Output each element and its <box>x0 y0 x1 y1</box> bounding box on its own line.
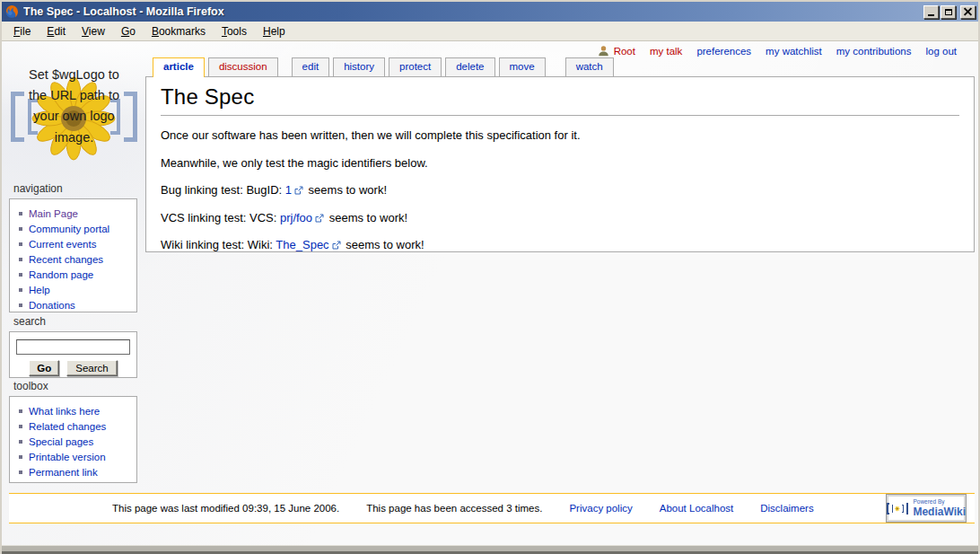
badge-bracket-icon <box>902 505 904 513</box>
line-suffix: seems to work! <box>305 183 387 197</box>
line-prefix: Wiki linking test: Wiki: <box>161 238 276 251</box>
wiki-link[interactable]: The_Spec <box>276 238 342 251</box>
menu-go[interactable]: Go <box>113 23 144 40</box>
paragraph-1: Once our software has been written, then… <box>161 128 959 144</box>
bullet-icon <box>19 455 22 459</box>
logo-text: Set $wgLogo to the URL path to your own … <box>20 65 129 148</box>
badge-text: Powered By MediaWiki <box>913 499 966 517</box>
menu-tools[interactable]: Tools <box>214 23 255 40</box>
mediawiki-badge[interactable]: Powered By MediaWiki <box>886 494 967 523</box>
line-prefix: Bug linking test: BugID: <box>161 183 285 197</box>
disclaimers-link[interactable]: Disclaimers <box>760 503 813 514</box>
bullet-icon <box>19 227 22 231</box>
maximize-icon <box>945 9 952 15</box>
toolbox-item-printable-version[interactable]: Printable version <box>19 449 133 464</box>
tab-discussion[interactable]: discussion <box>208 57 278 76</box>
badge-bracket-icon <box>906 503 909 514</box>
bullet-icon <box>19 425 22 428</box>
badge-bracket-icon <box>887 503 889 514</box>
sidebar-item-help[interactable]: Help <box>19 282 133 297</box>
line-suffix: seems to work! <box>343 238 424 251</box>
personal-link-username[interactable]: Root <box>614 46 635 57</box>
menu-file[interactable]: File <box>5 23 39 40</box>
bullet-icon <box>19 273 22 277</box>
bullet-icon <box>19 288 22 292</box>
page-title: The Spec <box>161 84 959 116</box>
mediawiki-label: MediaWiki <box>913 506 966 517</box>
bug-link[interactable]: 1 <box>285 183 305 197</box>
badge-sunflower-icon <box>895 502 900 515</box>
tab-delete[interactable]: delete <box>445 57 494 76</box>
privacy-policy-link[interactable]: Privacy policy <box>569 503 632 514</box>
browser-window: The Spec - Localhost - Mozilla Firefox F… <box>0 0 980 554</box>
tab-move[interactable]: move <box>499 57 546 76</box>
toolbox-item-what-links-here[interactable]: What links here <box>19 403 133 418</box>
search-buttons: Go Search <box>10 360 136 376</box>
personal-link-preferences[interactable]: preferences <box>696 46 751 57</box>
maximize-button[interactable] <box>941 5 956 19</box>
tab-article[interactable]: article <box>153 57 205 77</box>
sidebar-item-current-events[interactable]: Current events <box>19 236 133 251</box>
toolbox-item-special-pages[interactable]: Special pages <box>19 434 133 449</box>
search-portlet: Go Search <box>9 331 137 378</box>
external-link-icon <box>332 241 341 250</box>
toolbox-item-permanent-link[interactable]: Permanent link <box>19 464 133 479</box>
sidebar-item-recent-changes[interactable]: Recent changes <box>19 251 133 267</box>
search-heading: search <box>13 315 46 328</box>
bug-link-line: Bug linking test: BugID: 1 seems to work… <box>161 182 959 198</box>
firefox-icon <box>4 4 19 19</box>
personal-bar: Root my talk preferences my watchlist my… <box>598 45 957 57</box>
page-tabs: article discussion edit history protect … <box>153 57 617 77</box>
bullet-icon <box>19 303 22 307</box>
bullet-icon <box>19 470 22 474</box>
menu-edit[interactable]: Edit <box>39 23 74 40</box>
minimize-icon <box>928 14 934 16</box>
personal-link-my-contributions[interactable]: my contributions <box>836 46 912 57</box>
vcs-link[interactable]: prj/foo <box>280 211 326 224</box>
sidebar-item-community-portal[interactable]: Community portal <box>19 221 133 236</box>
toolbox-item-related-changes[interactable]: Related changes <box>19 418 133 434</box>
menu-help[interactable]: Help <box>255 23 293 40</box>
tab-edit[interactable]: edit <box>292 57 330 76</box>
window-controls <box>923 5 976 19</box>
last-modified-text: This page was last modified 09:39, 15 Ju… <box>112 503 339 514</box>
minimize-button[interactable] <box>923 5 939 19</box>
line-suffix: seems to work! <box>326 211 407 224</box>
access-count-text: This page has been accessed 3 times. <box>366 503 542 514</box>
navigation-heading: navigation <box>13 182 63 195</box>
personal-link-my-watchlist[interactable]: my watchlist <box>766 46 822 57</box>
navigation-portlet: Main Page Community portal Current event… <box>9 198 137 312</box>
badge-bracket-icon <box>892 505 894 513</box>
bullet-icon <box>19 242 22 246</box>
external-link-icon <box>294 186 303 195</box>
sidebar-item-main-page[interactable]: Main Page <box>19 206 133 221</box>
bullet-icon <box>19 440 22 444</box>
sidebar-item-donations[interactable]: Donations <box>19 297 133 312</box>
personal-link-my-talk[interactable]: my talk <box>650 46 682 57</box>
vcs-link-line: VCS linking test: VCS: prj/foo seems to … <box>161 210 959 226</box>
toolbox-heading: toolbox <box>13 380 48 392</box>
close-icon <box>964 8 972 16</box>
window-bottom-edge <box>2 545 978 554</box>
menu-view[interactable]: View <box>74 23 113 40</box>
personal-link-log-out[interactable]: log out <box>925 46 957 57</box>
search-button[interactable]: Search <box>66 360 117 376</box>
search-input[interactable] <box>16 339 130 355</box>
tab-history[interactable]: history <box>333 57 385 76</box>
menubar: File Edit View Go Bookmarks Tools Help <box>2 22 978 41</box>
powered-by-label: Powered By <box>913 499 966 506</box>
content-area: The Spec Once our software has been writ… <box>145 76 975 252</box>
menu-bookmarks[interactable]: Bookmarks <box>144 23 214 40</box>
bullet-icon <box>19 258 22 261</box>
site-logo[interactable]: Set $wgLogo to the URL path to your own … <box>9 54 139 180</box>
toolbox-portlet: What links here Related changes Special … <box>9 396 137 483</box>
close-button[interactable] <box>960 5 976 19</box>
about-link[interactable]: About Localhost <box>660 503 733 514</box>
sidebar-item-random-page[interactable]: Random page <box>19 267 133 282</box>
go-button[interactable]: Go <box>29 360 59 376</box>
tab-protect[interactable]: protect <box>389 57 442 76</box>
tab-watch[interactable]: watch <box>565 57 614 76</box>
paragraph-2: Meanwhile, we only test the magic identi… <box>161 155 959 171</box>
titlebar: The Spec - Localhost - Mozilla Firefox <box>2 2 978 22</box>
line-prefix: VCS linking test: VCS: <box>161 211 280 224</box>
